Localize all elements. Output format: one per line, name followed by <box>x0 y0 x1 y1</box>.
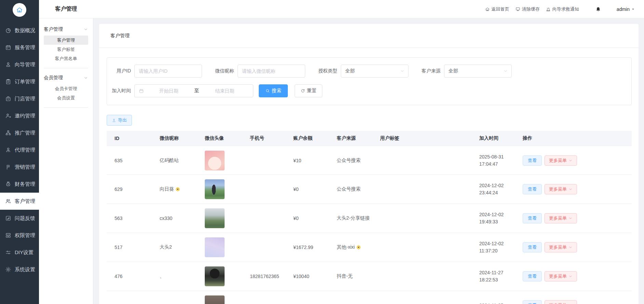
sidebar-item-promotion[interactable]: 推广管理 <box>0 124 39 141</box>
topbar-item-back-home[interactable]: 返回首页 <box>485 6 509 12</box>
submenu-item-customer-blacklist[interactable]: 客户黑名单 <box>44 54 88 63</box>
sidebar-item-customer[interactable]: 客户管理 <box>0 193 39 210</box>
more-menu-button[interactable]: 更多菜单 <box>545 155 577 166</box>
sidebar-item-label: 向导管理 <box>15 61 35 68</box>
topbar-item-clear-cache[interactable]: 清除缓存 <box>515 6 540 12</box>
submenu-item-member-card[interactable]: 会员卡管理 <box>44 84 88 93</box>
submenu-item-customer-tags[interactable]: 客户标签 <box>44 45 88 54</box>
sidebar-item-store[interactable]: 门店管理 <box>0 90 39 107</box>
nickname-input[interactable] <box>238 65 305 78</box>
submenu-group-head-member-manage[interactable]: 会员管理 <box>39 72 93 84</box>
pie-chart-icon <box>5 27 11 33</box>
sidebar-item-agent[interactable]: 代理管理 <box>0 141 39 158</box>
chevron-down-icon <box>503 69 508 73</box>
sidebar-item-feedback[interactable]: 问题反馈 <box>0 210 39 227</box>
sidebar-item-service[interactable]: 服务管理 <box>0 39 39 56</box>
main-area: 客户管理 用户ID 微信昵称 授权类型 全部 <box>93 18 644 304</box>
search-icon <box>265 88 270 93</box>
sidebar-item-system[interactable]: 系统设置 <box>0 261 39 278</box>
sidebar-item-label: 服务管理 <box>15 44 35 51</box>
user-id-input[interactable] <box>134 65 202 78</box>
girl-outdoor-avatar <box>205 179 225 199</box>
secondary-sidebar: 客户管理客户管理客户标签客户黑名单会员管理会员卡管理会员设置 <box>39 18 93 304</box>
home-icon <box>485 7 490 12</box>
table-header-cell: 用户标签 <box>372 135 471 141</box>
cell-nickname: cx330 <box>152 216 197 221</box>
sidebar-item-guide[interactable]: 向导管理 <box>0 56 39 73</box>
topbar-item-label: 返回首页 <box>492 6 509 12</box>
more-menu-button[interactable]: 更多菜单 <box>545 242 577 252</box>
refresh-icon <box>300 88 305 93</box>
more-menu-button[interactable]: 更多菜单 <box>545 213 577 223</box>
cell-actions: 查看更多菜单 <box>515 184 632 194</box>
more-menu-button[interactable]: 更多菜单 <box>545 271 577 281</box>
view-button[interactable]: 查看 <box>523 300 542 304</box>
chevron-down-icon <box>568 274 573 278</box>
filter-panel: 用户ID 微信昵称 授权类型 全部 客户来源 全部 <box>107 57 632 105</box>
sidebar-item-label: 客户管理 <box>15 198 35 205</box>
table-header-cell: 微信头像 <box>197 135 242 141</box>
sidebar-item-label: 权限管理 <box>15 232 35 239</box>
submenu-item-customer-list[interactable]: 客户管理 <box>44 36 88 45</box>
guide-person-icon <box>5 61 11 68</box>
permission-icon <box>5 232 11 238</box>
reset-button[interactable]: 重置 <box>295 84 322 97</box>
table-header-cell: 操作 <box>515 135 632 141</box>
submenu-group-head-customer-manage[interactable]: 客户管理 <box>39 23 93 36</box>
sidebar-item-label: 门店管理 <box>15 96 35 102</box>
cell-nickname: 向日葵 <box>152 186 197 192</box>
more-menu-button[interactable]: 更多菜单 <box>545 300 577 304</box>
submenu-item-member-settings[interactable]: 会员设置 <box>44 93 88 102</box>
cell-avatar <box>197 179 242 199</box>
app-logo[interactable] <box>0 0 39 20</box>
topbar-item-guide-sos[interactable]: 向导求救通知 <box>546 6 579 12</box>
topbar: 客户管理 返回首页清除缓存向导求救通知admin <box>39 0 644 18</box>
order-clipboard-icon <box>5 79 11 85</box>
calendar-icon <box>5 44 11 51</box>
view-button[interactable]: 查看 <box>523 213 542 223</box>
sidebar-item-diy[interactable]: DIY设置 <box>0 244 39 261</box>
sidebar-item-order[interactable]: 订单管理 <box>0 73 39 90</box>
dark-portrait-avatar <box>205 295 225 304</box>
sidebar-item-invite[interactable]: 邀约管理 <box>0 107 39 124</box>
export-button[interactable]: 导出 <box>107 115 132 126</box>
user-dropdown[interactable]: admin <box>617 6 635 12</box>
submenu-group-label: 客户管理 <box>44 26 63 32</box>
submenu-divider <box>44 68 88 68</box>
cell-id: 635 <box>107 158 152 163</box>
home-icon <box>16 6 23 13</box>
topbar-menu: 返回首页清除缓存向导求救通知admin <box>479 6 644 12</box>
customer-source-select[interactable]: 全部 <box>444 65 512 78</box>
sidebar-item-dashboard[interactable]: 数据概况 <box>0 22 39 39</box>
view-button[interactable]: 查看 <box>523 271 542 281</box>
cell-join-time: 2024-11-25 <box>471 302 515 304</box>
sidebar-item-finance[interactable]: 财务管理 <box>0 176 39 193</box>
search-button[interactable]: 搜索 <box>259 84 288 97</box>
notification-bell-button[interactable] <box>595 6 601 12</box>
join-time-range-picker[interactable]: 至 <box>134 84 253 97</box>
cell-nickname: 亿码酷站 <box>152 157 197 164</box>
breadcrumb-label: 客户管理 <box>110 33 130 39</box>
cell-balance: ¥0 <box>285 186 329 192</box>
view-button[interactable]: 查看 <box>523 242 542 252</box>
sidebar-item-marketing[interactable]: 营销管理 <box>0 158 39 176</box>
nickname-label: 微信昵称 <box>210 68 234 74</box>
cell-source: 其他-xixi <box>329 244 372 250</box>
download-icon <box>112 118 116 123</box>
sidebar-item-permission[interactable]: 权限管理 <box>0 227 39 244</box>
content-card: 客户管理 用户ID 微信昵称 授权类型 全部 <box>99 24 639 304</box>
view-button[interactable]: 查看 <box>523 155 542 166</box>
auth-type-select[interactable]: 全部 <box>341 65 408 78</box>
cell-phone: 18281762365 <box>242 274 285 279</box>
view-button[interactable]: 查看 <box>523 184 542 194</box>
siren-icon <box>546 7 551 12</box>
topbar-item-label: 向导求救通知 <box>552 6 579 12</box>
agent-person-icon <box>5 147 11 153</box>
more-menu-button[interactable]: 更多菜单 <box>545 184 577 194</box>
cell-balance: ¥10040 <box>285 274 329 279</box>
end-date-input[interactable] <box>200 88 250 94</box>
submenu-group-label: 会员管理 <box>44 75 63 81</box>
start-date-input[interactable] <box>144 88 194 94</box>
table-row: 635亿码酷站¥10公众号搜索2025-08-3117:04:47查看更多菜单 <box>107 146 632 175</box>
cell-join-time: 2024-12-0219:49:33 <box>471 211 515 225</box>
